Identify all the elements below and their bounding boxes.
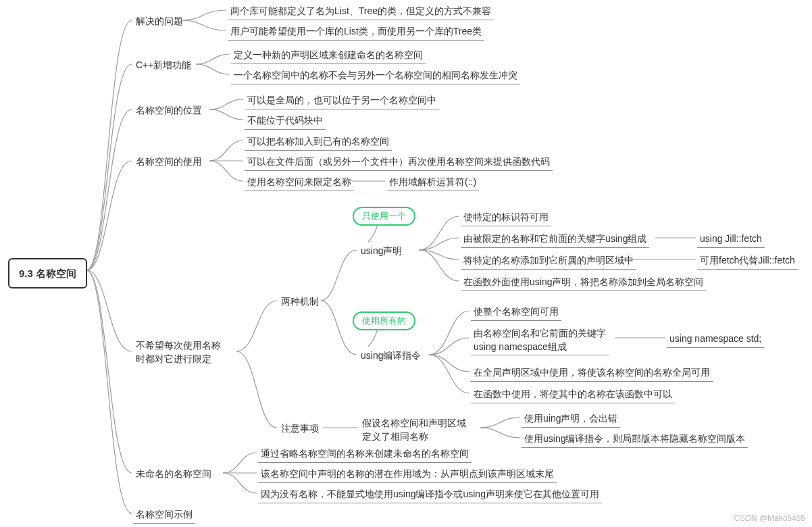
branch-using-dir[interactable]: using编译指令 (358, 348, 424, 364)
leaf-b4c1: 可以把名称加入到已有的名称空间 (245, 134, 392, 151)
branch-location[interactable]: 名称空间的位置 (133, 103, 205, 119)
leaf-note-c1: 假设名称空间和声明区域 定义了相同名称 (359, 416, 469, 445)
leaf-note-c1a: 使用uing声明，会出错 (522, 411, 620, 428)
leaf-decl-c2b: using Jill::fetch (697, 231, 765, 248)
branch-example[interactable]: 名称空间示例 (133, 507, 195, 524)
leaf-b1c1: 两个库可能都定义了名为List、Tree的类，但定义的方式不兼容 (228, 3, 494, 20)
leaf-b4c2: 可以在文件后面（或另外一个文件中）再次使用名称空间来提供函数代码 (245, 154, 553, 171)
leaf-dir-c2: 由名称空间名和它前面的关键字 using namespace组成 (471, 326, 609, 355)
leaf-dir-c2b: using namespace std; (667, 331, 764, 348)
leaf-b2c1: 定义一种新的声明区域来创建命名的名称空间 (231, 47, 426, 64)
leaf-b2c2: 一个名称空间中的名称不会与另外一个名称空间的相同名称发生冲突 (231, 68, 520, 84)
leaf-b3c2: 不能位于代码块中 (245, 113, 326, 130)
leaf-decl-c3: 将特定的名称添加到它所属的声明区域中 (461, 253, 636, 270)
leaf-dir-c1: 使整个名称空间可用 (471, 304, 561, 321)
branch-unnamed[interactable]: 未命名的名称空间 (133, 466, 214, 482)
leaf-decl-c1: 使特定的标识符可用 (461, 209, 551, 226)
branch-usage[interactable]: 名称空间的使用 (133, 154, 205, 170)
leaf-b6c2: 该名称空间中声明的名称的潜在作用域为：从声明点到该声明区域末尾 (258, 466, 557, 483)
leaf-b6c3: 因为没有名称，不能显式地使用using编译指令或using声明来使它在其他位置可… (258, 486, 602, 503)
branch-using-decl[interactable]: using声明 (358, 243, 405, 259)
leaf-b3c1: 可以是全局的，也可以位于另一个名称空间中 (245, 93, 439, 109)
leaf-b6c1: 通过省略名称空间的名称来创建未命名的名称空间 (258, 446, 472, 463)
leaf-dir-c4: 在函数中使用，将使其中的名称在该函数中可以 (471, 386, 675, 403)
leaf-note-c1b: 使用using编译指令，则局部版本将隐藏名称空间版本 (522, 431, 748, 448)
bubble-all: 使用所有的 (353, 311, 415, 330)
root-node[interactable]: 9.3 名称空间 (8, 258, 87, 288)
leaf-dir-c3: 在全局声明区域中使用，将使该名称空间的名称全局可用 (471, 365, 713, 382)
leaf-decl-c2: 由被限定的名称和它前面的关键字using组成 (461, 231, 649, 248)
leaf-b4c3b: 作用域解析运算符(::) (386, 174, 479, 191)
branch-cpp-new[interactable]: C++新增功能 (133, 57, 194, 74)
bubble-single: 只使用一个 (353, 207, 415, 226)
leaf-b1c2: 用户可能希望使用一个库的List类，而使用另一个库的Tree类 (228, 24, 484, 41)
watermark: CSDN @Mako5455 (734, 513, 805, 523)
branch-no-qualify[interactable]: 不希望每次使用名称 时都对它进行限定 (133, 338, 224, 367)
leaf-decl-c4: 在函数外面使用using声明，将把名称添加到全局名称空间 (461, 274, 706, 291)
branch-problem[interactable]: 解决的问题 (133, 14, 186, 30)
branch-mechanisms[interactable]: 两种机制 (278, 294, 322, 310)
branch-notes[interactable]: 注意事项 (278, 421, 322, 437)
leaf-decl-c3b: 可用fetch代替Jill::fetch (697, 253, 798, 270)
leaf-b4c3: 使用名称空间来限定名称 (245, 174, 354, 191)
